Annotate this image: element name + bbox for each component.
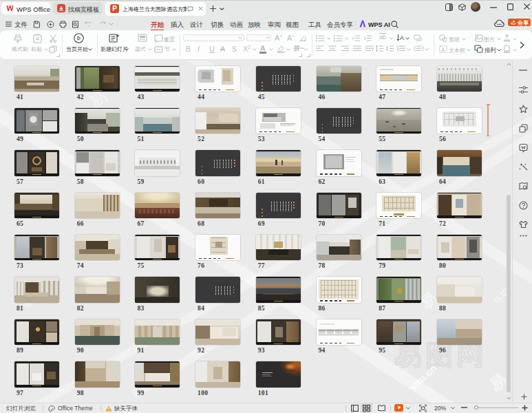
svg-text:A: A (400, 34, 404, 41)
svg-text:A: A (441, 47, 445, 53)
